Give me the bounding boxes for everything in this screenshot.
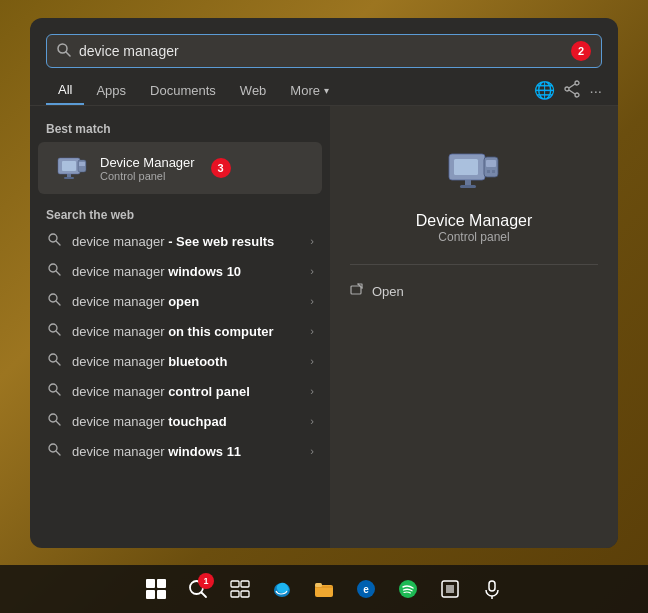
svg-point-4 (565, 87, 569, 91)
tab-action-icons: 🌐 ··· (534, 80, 602, 101)
suggestion-arrow-3: › (310, 295, 314, 307)
share-icon[interactable] (563, 80, 581, 101)
suggestion-text-2: device manager windows 10 (72, 264, 300, 279)
search-icon (57, 43, 71, 60)
suggestion-8[interactable]: device manager windows 11 › (30, 436, 330, 466)
svg-line-39 (202, 593, 207, 598)
taskbar-search-button[interactable]: 1 (180, 571, 216, 607)
suggestion-5[interactable]: device manager bluetooth › (30, 346, 330, 376)
taskbar-explorer-button[interactable] (306, 571, 342, 607)
best-match-subtitle: Control panel (100, 170, 195, 182)
detail-subtitle: Control panel (350, 230, 598, 244)
suggestion-arrow-8: › (310, 445, 314, 457)
taskbar-start-button[interactable] (138, 571, 174, 607)
open-icon (350, 283, 364, 300)
search-bar[interactable]: device manager 2 (46, 34, 602, 68)
svg-line-16 (56, 272, 60, 276)
svg-line-28 (56, 452, 60, 456)
best-match-item[interactable]: Device Manager Control panel 3 (38, 142, 322, 194)
svg-rect-40 (231, 581, 239, 587)
filter-tabs: All Apps Documents Web More ▾ 🌐 (30, 68, 618, 106)
taskbar-item-8[interactable] (432, 571, 468, 607)
suggestion-6[interactable]: device manager control panel › (30, 376, 330, 406)
tab-documents[interactable]: Documents (138, 77, 228, 104)
best-match-title: Device Manager (100, 155, 195, 170)
svg-line-24 (56, 392, 60, 396)
svg-rect-51 (446, 585, 454, 593)
suggestion-arrow-4: › (310, 325, 314, 337)
spotify-icon (398, 579, 418, 599)
svg-line-18 (56, 302, 60, 306)
svg-point-19 (49, 324, 57, 332)
tab-apps[interactable]: Apps (84, 77, 138, 104)
svg-point-25 (49, 414, 57, 422)
suggestion-arrow-6: › (310, 385, 314, 397)
suggestion-search-icon-8 (46, 443, 62, 459)
suggestion-search-icon-4 (46, 323, 62, 339)
svg-rect-35 (487, 170, 490, 173)
taskbar-item-9[interactable] (474, 571, 510, 607)
open-action[interactable]: Open (350, 279, 404, 304)
svg-rect-9 (67, 174, 71, 177)
tab-more[interactable]: More ▾ (278, 77, 341, 104)
suggestion-search-icon-5 (46, 353, 62, 369)
edge2-icon: e (356, 579, 376, 599)
right-panel: Device Manager Control panel Open (330, 106, 618, 548)
svg-rect-32 (460, 185, 476, 188)
start-menu: device manager 2 All Apps Documents Web … (30, 18, 618, 548)
svg-point-15 (49, 264, 57, 272)
svg-rect-12 (79, 162, 85, 166)
suggestion-text-7: device manager touchpad (72, 414, 300, 429)
more-dots-icon[interactable]: ··· (589, 82, 602, 99)
taskbar-edge2-button[interactable]: e (348, 571, 384, 607)
desktop: device manager 2 All Apps Documents Web … (0, 0, 648, 613)
search-badge: 2 (571, 41, 591, 61)
suggestion-search-icon-6 (46, 383, 62, 399)
main-content: Best match Device Manager Control p (30, 106, 618, 548)
svg-point-27 (49, 444, 57, 452)
suggestion-arrow-1: › (310, 235, 314, 247)
svg-line-1 (66, 52, 70, 56)
svg-rect-36 (492, 170, 495, 173)
taskbar: 1 (0, 565, 648, 613)
tab-all[interactable]: All (46, 76, 84, 105)
taskbar-spotify-button[interactable] (390, 571, 426, 607)
taskview-icon (230, 580, 250, 598)
open-label: Open (372, 284, 404, 299)
suggestion-arrow-7: › (310, 415, 314, 427)
globe-icon[interactable]: 🌐 (534, 80, 555, 101)
suggestion-3[interactable]: device manager open › (30, 286, 330, 316)
svg-line-14 (56, 242, 60, 246)
svg-rect-8 (62, 161, 76, 171)
svg-point-2 (575, 81, 579, 85)
best-match-info: Device Manager Control panel (100, 155, 195, 182)
svg-line-5 (569, 84, 575, 88)
tab-web[interactable]: Web (228, 77, 279, 104)
svg-point-17 (49, 294, 57, 302)
svg-rect-34 (486, 160, 496, 167)
suggestion-1[interactable]: device manager - See web results › (30, 226, 330, 256)
suggestion-text-4: device manager on this computer (72, 324, 300, 339)
mic-icon (482, 579, 502, 599)
suggestion-text-8: device manager windows 11 (72, 444, 300, 459)
svg-rect-41 (241, 581, 249, 587)
suggestion-7[interactable]: device manager touchpad › (30, 406, 330, 436)
detail-divider (350, 264, 598, 265)
taskbar-taskview-button[interactable] (222, 571, 258, 607)
device-manager-icon-large (444, 142, 504, 202)
best-match-label: Best match (30, 118, 330, 142)
suggestion-4[interactable]: device manager on this computer › (30, 316, 330, 346)
search-query: device manager (79, 43, 563, 59)
suggestion-2[interactable]: device manager windows 10 › (30, 256, 330, 286)
svg-point-3 (575, 93, 579, 97)
svg-rect-43 (241, 591, 249, 597)
file-explorer-icon (314, 580, 334, 598)
svg-point-13 (49, 234, 57, 242)
suggestion-text-6: device manager control panel (72, 384, 300, 399)
svg-rect-31 (465, 180, 471, 185)
chevron-down-icon: ▾ (324, 85, 329, 96)
left-panel: Best match Device Manager Control p (30, 106, 330, 548)
taskbar-edge-button[interactable] (264, 571, 300, 607)
suggestion-text-1: device manager - See web results (72, 234, 300, 249)
svg-rect-52 (489, 581, 495, 591)
